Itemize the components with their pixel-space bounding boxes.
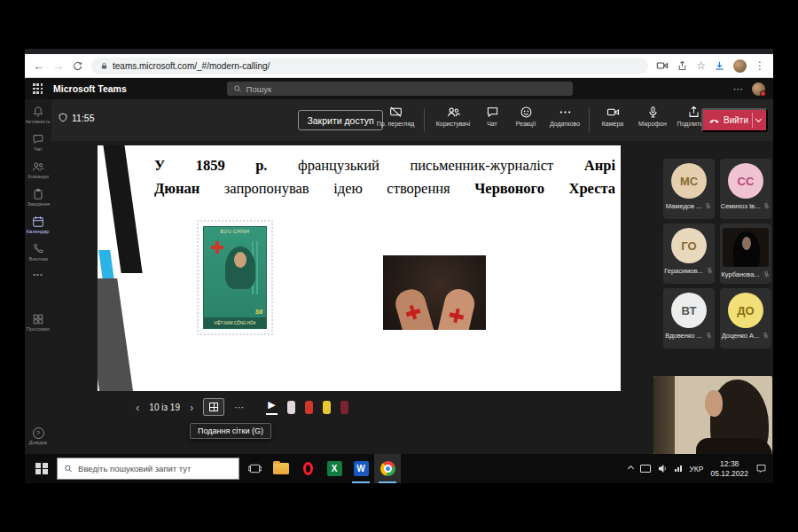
network-icon[interactable] xyxy=(675,466,682,472)
participants-icon xyxy=(447,106,460,119)
camera-button[interactable]: Камера xyxy=(596,106,630,127)
participants-button[interactable]: Користувачі xyxy=(431,106,475,127)
tray-time: 12:38 xyxy=(720,459,739,468)
grid-view-button[interactable] xyxy=(203,398,224,416)
start-button[interactable] xyxy=(28,454,55,483)
play-tool-icon[interactable]: ▶ xyxy=(266,399,277,415)
sidebar-item-calendar[interactable]: Календар xyxy=(25,215,51,243)
teams-search-input[interactable] xyxy=(246,84,567,94)
lock-icon xyxy=(100,62,108,70)
sidebar-item-chat[interactable]: Чат xyxy=(25,133,51,160)
laser-pointer-tool-icon[interactable] xyxy=(287,401,295,414)
participant-name: Семихоз Ів... xyxy=(721,202,761,210)
previous-slide-icon[interactable]: ‹ xyxy=(136,401,139,414)
excel-button[interactable]: X xyxy=(321,454,348,483)
sidebar-item-assignments[interactable]: Завдання xyxy=(25,188,51,215)
screen: ← → teams.microsoft.com/_#/modern-callin… xyxy=(0,0,798,532)
reactions-button[interactable]: Реакції xyxy=(509,106,543,127)
mic-muted-icon xyxy=(763,202,771,210)
address-bar[interactable]: teams.microsoft.com/_#/modern-calling/ xyxy=(91,58,648,74)
teams-search[interactable] xyxy=(227,82,573,96)
presentation-slide: У 1859 р. французький письменник-журналі… xyxy=(98,145,621,391)
browser-menu-icon[interactable]: ⋮ xyxy=(755,59,765,72)
shield-icon xyxy=(58,113,68,123)
participant-tile[interactable]: ГО Герасимов... xyxy=(663,223,715,284)
mic-icon xyxy=(646,106,660,119)
bookmark-star-icon[interactable]: ☆ xyxy=(696,59,706,72)
app-launcher-icon[interactable] xyxy=(33,83,43,93)
clock[interactable]: 12:38 05.12.2022 xyxy=(710,459,748,478)
stop-presenting-button[interactable]: Закрити доступ xyxy=(298,110,383,130)
display-tray-icon[interactable] xyxy=(640,465,651,473)
share-page-icon[interactable] xyxy=(677,60,688,72)
grid-view-tooltip: Подання сітки (G) xyxy=(190,423,271,439)
teams-profile-avatar[interactable] xyxy=(752,82,765,96)
participant-tile[interactable]: ВТ Вдовенко ... xyxy=(663,288,715,348)
header-more-icon[interactable]: ⋯ xyxy=(733,83,743,95)
avatar: ДО xyxy=(728,293,763,328)
reload-icon[interactable] xyxy=(72,60,83,72)
task-view-icon xyxy=(248,462,262,475)
sidebar-item-teams[interactable]: Команди xyxy=(25,160,51,188)
slide-counter: 10 із 19 xyxy=(149,403,180,412)
sidebar-more-icon[interactable]: ••• xyxy=(33,270,43,288)
participant-name: Вдовенко ... xyxy=(665,332,702,340)
download-icon[interactable] xyxy=(714,60,725,72)
chrome-icon xyxy=(380,461,395,476)
back-icon[interactable]: ← xyxy=(33,60,44,72)
red-cross-icon xyxy=(404,303,422,321)
sidebar-item-calls[interactable]: Виклики xyxy=(25,243,51,270)
participant-tile[interactable]: ДО Доценко А... xyxy=(720,288,771,348)
language-indicator[interactable]: УКР xyxy=(689,465,703,473)
leave-button[interactable]: Вийти xyxy=(701,108,768,132)
participant-tile-video[interactable]: Курбанова... xyxy=(720,223,771,284)
participant-name: Курбанова... xyxy=(721,270,759,278)
mic-button[interactable]: Мікрофон xyxy=(633,106,672,127)
leave-options-chevron-icon[interactable] xyxy=(755,115,762,121)
slide-controls: ‹ 10 із 19 › ⋯ ▶ xyxy=(136,396,348,418)
action-center-icon[interactable] xyxy=(755,463,767,474)
presenter-view-button[interactable]: Пр. перегляд xyxy=(372,106,419,127)
slide-more-icon[interactable]: ⋯ xyxy=(234,402,244,413)
participant-name: Доценко А... xyxy=(722,332,760,340)
browser-profile-avatar[interactable] xyxy=(733,59,747,73)
word-button[interactable]: W xyxy=(348,454,374,483)
chat-button[interactable]: Чат xyxy=(479,106,505,127)
sidebar-item-apps[interactable]: Програми xyxy=(25,313,51,340)
chrome-button[interactable] xyxy=(374,454,401,483)
task-view-button[interactable] xyxy=(241,454,268,483)
folder-icon xyxy=(273,463,289,474)
camera-in-use-icon[interactable] xyxy=(656,59,669,72)
opera-icon xyxy=(303,462,313,475)
help-icon: ? xyxy=(33,427,44,439)
participant-name: Герасимов... xyxy=(664,267,703,275)
sidebar-item-help[interactable]: ? Довідка xyxy=(25,427,51,445)
more-actions-button[interactable]: Додатково xyxy=(546,106,583,127)
taskbar-search[interactable] xyxy=(57,458,239,480)
calendar-icon xyxy=(32,215,44,228)
participant-tile[interactable]: СС Семихоз Ів... xyxy=(720,159,771,219)
sidebar-item-activity[interactable]: Активність xyxy=(25,106,51,133)
self-video-preview[interactable] xyxy=(653,376,772,454)
highlighter-tool-icon[interactable] xyxy=(323,401,331,414)
chat-icon xyxy=(32,133,44,145)
tray-date: 05.12.2022 xyxy=(710,469,748,478)
excel-icon: X xyxy=(327,461,342,476)
volume-icon[interactable] xyxy=(658,464,668,473)
taskbar-search-input[interactable] xyxy=(78,464,232,473)
eraser-tool-icon[interactable] xyxy=(340,401,348,414)
file-explorer-button[interactable] xyxy=(268,454,294,483)
participant-tile[interactable]: МС Мамедов ... xyxy=(663,159,715,219)
red-pen-tool-icon[interactable] xyxy=(305,401,313,414)
mic-muted-icon xyxy=(704,202,712,210)
presenter-view-icon xyxy=(389,106,403,119)
mic-muted-icon xyxy=(763,270,771,278)
avatar: СС xyxy=(728,163,763,199)
hidden-icons-chevron-icon[interactable] xyxy=(628,466,634,472)
bell-icon xyxy=(32,106,44,118)
forward-icon[interactable]: → xyxy=(52,60,64,72)
participant-video xyxy=(723,228,769,267)
next-slide-icon[interactable]: › xyxy=(190,401,193,414)
browser-window: ← → teams.microsoft.com/_#/modern-callin… xyxy=(25,49,773,454)
opera-button[interactable] xyxy=(294,454,321,483)
